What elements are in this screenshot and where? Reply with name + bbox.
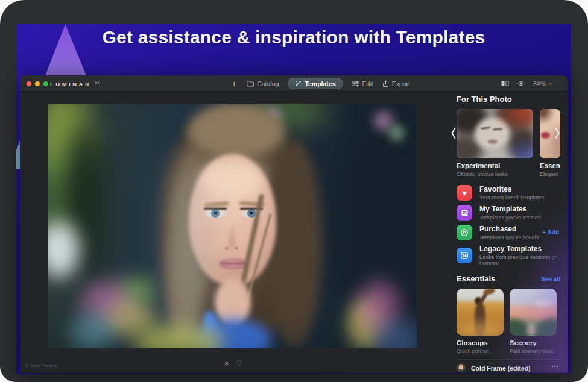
suggestions-carousel <box>457 109 560 158</box>
chevron-down-icon <box>548 83 552 85</box>
heart-icon: ♥ <box>457 185 472 201</box>
device-frame: Get assistance & inspiration with Templa… <box>0 0 588 382</box>
svg-text:P: P <box>463 230 466 236</box>
collection-legacy-templates[interactable]: Legacy Templates Looks from previous ver… <box>457 245 560 266</box>
screenshot-root: Get assistance & inspiration with Templa… <box>0 0 588 382</box>
collection-favorites[interactable]: ♥ Favorites Your most loved Templates <box>457 185 560 201</box>
traffic-lights <box>27 81 48 86</box>
scenery-thumbnail <box>510 289 557 336</box>
essentials-card-scenery[interactable] <box>510 289 557 336</box>
close-window-button[interactable] <box>27 81 31 86</box>
app-logo: LUMINAR AI <box>50 81 100 87</box>
sidebar-divider <box>457 359 560 360</box>
export-tab[interactable]: Export <box>382 80 410 87</box>
templates-tab[interactable]: Templates <box>288 78 343 89</box>
add-photos-button[interactable]: + <box>232 79 236 89</box>
for-this-photo-title: For This Photo <box>457 95 560 104</box>
experimental-thumbnail <box>457 109 533 158</box>
price-tag-icon: P <box>457 225 472 240</box>
banner-title: Get assistance & inspiration with Templa… <box>16 27 571 48</box>
essentials-title: Essentials <box>457 274 495 283</box>
minimize-window-button[interactable] <box>35 81 40 86</box>
essentials-captions: Closeups Quick portrait Scenery Fast sce… <box>457 339 560 354</box>
photo-canvas[interactable] <box>48 104 417 348</box>
photo-credit: © Javier Pardina <box>25 363 57 368</box>
closeups-thumbnail <box>457 289 504 336</box>
collection-purchased[interactable]: P Purchased Templates you've bought + Ad… <box>457 225 560 240</box>
folder-icon <box>247 81 254 87</box>
luminar-app-window: LUMINAR AI + Catalog Templates Edit <box>20 75 568 373</box>
card-title: Closeups <box>457 339 504 346</box>
card-subtitle: Fast scenery fixes <box>510 348 557 354</box>
card-subtitle: Elegant portraits <box>540 171 560 177</box>
card-title: Essence <box>540 162 560 169</box>
up-down-arrows-icon <box>457 248 472 263</box>
carousel-prev-icon[interactable] <box>451 127 456 139</box>
view-controls: 34% <box>501 75 552 92</box>
essentials-cards <box>457 289 560 336</box>
see-all-link[interactable]: See all <box>541 276 560 283</box>
favorite-photo-icon[interactable]: ♡ <box>236 359 242 368</box>
collections-list: ♥ Favorites Your most loved Templates My… <box>457 185 560 266</box>
template-document-icon <box>457 205 472 221</box>
more-options-icon[interactable]: ••• <box>552 363 559 369</box>
current-template-row: Cold Frame (edited) ••• <box>457 363 560 372</box>
collection-my-templates[interactable]: My Templates Templates you've created <box>457 205 560 221</box>
export-icon <box>382 80 389 87</box>
card-subtitle: Offbeat, unique looks <box>457 171 533 177</box>
carousel-next-icon[interactable] <box>555 127 560 139</box>
current-template-name: Cold Frame (edited) <box>471 365 531 372</box>
add-purchased-button[interactable]: + Add <box>542 229 559 236</box>
card-title: Experimental <box>457 162 533 169</box>
canvas-actions: ✕ ♡ <box>224 359 242 368</box>
current-template-avatar <box>457 363 466 372</box>
eye-preview-icon[interactable] <box>517 81 525 86</box>
card-title: Scenery <box>510 339 557 346</box>
magic-wand-icon <box>295 80 302 87</box>
essentials-card-closeups[interactable] <box>457 289 504 336</box>
essentials-header: Essentials See all <box>457 274 560 283</box>
reject-photo-icon[interactable]: ✕ <box>224 360 229 368</box>
sliders-icon <box>352 81 359 87</box>
template-card-experimental[interactable] <box>457 109 533 158</box>
carousel-captions: Experimental Offbeat, unique looks Essen… <box>457 162 560 177</box>
catalog-tab[interactable]: Catalog <box>247 80 279 87</box>
titlebar: LUMINAR AI + Catalog Templates Edit <box>20 75 568 92</box>
card-subtitle: Quick portrait <box>457 348 504 354</box>
zoom-level-dropdown[interactable]: 34% <box>533 80 552 87</box>
main-toolbar: + Catalog Templates Edit <box>232 75 410 92</box>
edit-tab[interactable]: Edit <box>352 80 373 87</box>
fullscreen-window-button[interactable] <box>43 81 48 86</box>
compare-before-after-icon[interactable] <box>501 81 509 86</box>
templates-sidebar: For This Photo <box>438 92 568 373</box>
